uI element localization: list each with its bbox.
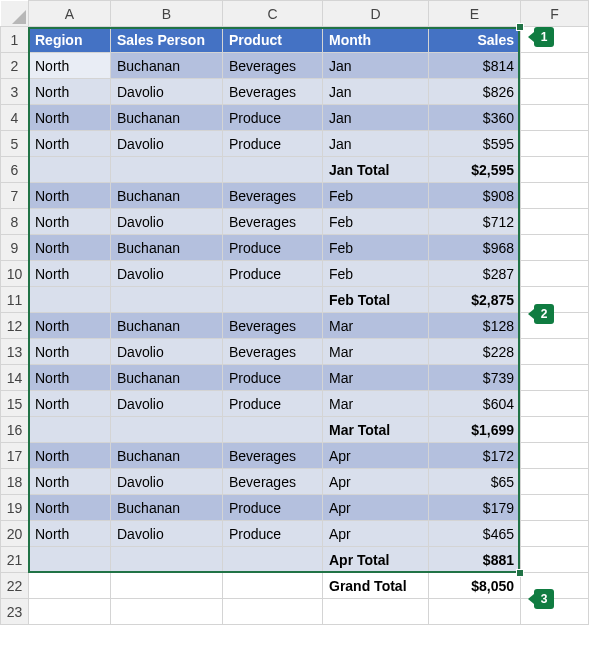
cell[interactable]: North: [29, 469, 111, 495]
cell[interactable]: [111, 157, 223, 183]
row-header[interactable]: 5: [1, 131, 29, 157]
select-all-corner[interactable]: [1, 1, 29, 27]
cell[interactable]: North: [29, 339, 111, 365]
cell[interactable]: $179: [429, 495, 521, 521]
cell[interactable]: $465: [429, 521, 521, 547]
cell[interactable]: [223, 287, 323, 313]
row-header[interactable]: 2: [1, 53, 29, 79]
row-header[interactable]: 12: [1, 313, 29, 339]
cell[interactable]: [29, 287, 111, 313]
cell[interactable]: Produce: [223, 495, 323, 521]
cell[interactable]: Jan Total: [323, 157, 429, 183]
cell[interactable]: Beverages: [223, 443, 323, 469]
cell[interactable]: [521, 209, 589, 235]
cell[interactable]: Grand Total: [323, 573, 429, 599]
cell[interactable]: Apr: [323, 521, 429, 547]
cell[interactable]: Feb: [323, 209, 429, 235]
row-header[interactable]: 23: [1, 599, 29, 625]
cell[interactable]: Region: [29, 27, 111, 53]
cell[interactable]: North: [29, 209, 111, 235]
cell[interactable]: North: [29, 235, 111, 261]
cell[interactable]: North: [29, 53, 111, 79]
cell[interactable]: $595: [429, 131, 521, 157]
cell[interactable]: North: [29, 521, 111, 547]
row-header[interactable]: 4: [1, 105, 29, 131]
cell[interactable]: [111, 547, 223, 573]
cell[interactable]: Davolio: [111, 469, 223, 495]
cell[interactable]: $739: [429, 365, 521, 391]
cell[interactable]: Mar Total: [323, 417, 429, 443]
cell[interactable]: Produce: [223, 365, 323, 391]
cell[interactable]: Mar: [323, 339, 429, 365]
cell[interactable]: Beverages: [223, 183, 323, 209]
cell[interactable]: $908: [429, 183, 521, 209]
cell[interactable]: [521, 53, 589, 79]
cell[interactable]: Produce: [223, 131, 323, 157]
row-header[interactable]: 14: [1, 365, 29, 391]
row-header[interactable]: 18: [1, 469, 29, 495]
cell[interactable]: [521, 547, 589, 573]
cell[interactable]: Apr: [323, 443, 429, 469]
cell[interactable]: Produce: [223, 391, 323, 417]
spreadsheet-grid[interactable]: A B C D E F 1RegionSales PersonProductMo…: [0, 0, 589, 625]
cell[interactable]: Produce: [223, 235, 323, 261]
cell[interactable]: $287: [429, 261, 521, 287]
row-header[interactable]: 22: [1, 573, 29, 599]
cell[interactable]: North: [29, 313, 111, 339]
cell[interactable]: [521, 443, 589, 469]
cell[interactable]: [223, 157, 323, 183]
cell[interactable]: [111, 417, 223, 443]
cell[interactable]: Feb: [323, 235, 429, 261]
cell[interactable]: Jan: [323, 105, 429, 131]
cell[interactable]: Product: [223, 27, 323, 53]
cell[interactable]: Produce: [223, 521, 323, 547]
cell[interactable]: [521, 521, 589, 547]
row-header[interactable]: 7: [1, 183, 29, 209]
cell[interactable]: [223, 547, 323, 573]
cell[interactable]: $2,875: [429, 287, 521, 313]
row-header[interactable]: 9: [1, 235, 29, 261]
row-header[interactable]: 21: [1, 547, 29, 573]
cell[interactable]: $712: [429, 209, 521, 235]
cell[interactable]: [521, 417, 589, 443]
row-header[interactable]: 6: [1, 157, 29, 183]
cell[interactable]: $1,699: [429, 417, 521, 443]
cell[interactable]: [223, 599, 323, 625]
cell[interactable]: $360: [429, 105, 521, 131]
cell[interactable]: [521, 339, 589, 365]
cell[interactable]: North: [29, 131, 111, 157]
cell[interactable]: Month: [323, 27, 429, 53]
cell[interactable]: Davolio: [111, 339, 223, 365]
cell[interactable]: [521, 391, 589, 417]
cell[interactable]: [521, 235, 589, 261]
cell[interactable]: Beverages: [223, 79, 323, 105]
cell[interactable]: [521, 469, 589, 495]
cell[interactable]: Buchanan: [111, 235, 223, 261]
cell[interactable]: [29, 417, 111, 443]
cell[interactable]: Beverages: [223, 339, 323, 365]
col-header-B[interactable]: B: [111, 1, 223, 27]
cell[interactable]: [521, 183, 589, 209]
cell[interactable]: [521, 261, 589, 287]
cell[interactable]: Jan: [323, 53, 429, 79]
row-header[interactable]: 15: [1, 391, 29, 417]
cell[interactable]: Apr: [323, 469, 429, 495]
cell[interactable]: Davolio: [111, 209, 223, 235]
cell[interactable]: Buchanan: [111, 313, 223, 339]
cell[interactable]: [29, 547, 111, 573]
cell[interactable]: [521, 131, 589, 157]
cell[interactable]: $826: [429, 79, 521, 105]
cell[interactable]: [29, 157, 111, 183]
cell[interactable]: $881: [429, 547, 521, 573]
cell[interactable]: [521, 365, 589, 391]
row-header[interactable]: 13: [1, 339, 29, 365]
col-header-A[interactable]: A: [29, 1, 111, 27]
cell[interactable]: Produce: [223, 261, 323, 287]
cell[interactable]: Jan: [323, 131, 429, 157]
cell[interactable]: Buchanan: [111, 443, 223, 469]
row-header[interactable]: 3: [1, 79, 29, 105]
cell[interactable]: Apr: [323, 495, 429, 521]
row-header[interactable]: 1: [1, 27, 29, 53]
cell[interactable]: Mar: [323, 313, 429, 339]
cell[interactable]: $228: [429, 339, 521, 365]
